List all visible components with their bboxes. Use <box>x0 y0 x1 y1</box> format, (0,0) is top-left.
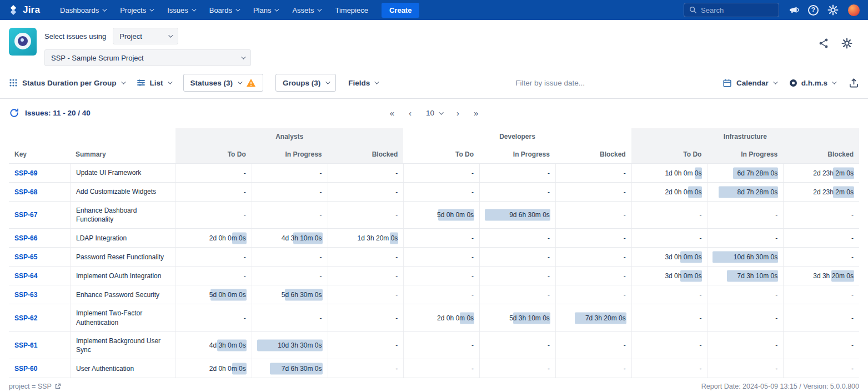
group-header-spacer <box>9 128 175 145</box>
groups-filter-dropdown[interactable]: Groups (3) <box>275 74 336 92</box>
issue-date-filter-input[interactable] <box>407 79 694 87</box>
summary-cell: Add Customizable Widgets <box>70 183 175 201</box>
nav-item-boards[interactable]: Boards <box>205 6 243 14</box>
duration-cell: - <box>252 164 328 182</box>
duration-value: - <box>775 341 777 349</box>
page-size-dropdown[interactable]: 10 <box>426 109 442 117</box>
duration-cell: - <box>479 183 555 201</box>
fields-dropdown[interactable]: Fields <box>348 79 378 87</box>
column-header-key: Key <box>9 145 70 163</box>
help-button[interactable]: ? <box>808 5 819 16</box>
column-header-todo: To Do <box>175 145 252 163</box>
view-mode-dropdown[interactable]: List <box>137 78 171 87</box>
duration-value: - <box>244 211 246 219</box>
logo-highlight <box>21 38 24 42</box>
duration-cell: 2d 0h 0m 0s <box>175 359 252 378</box>
duration-cell: 2d 0h 0m 0s <box>403 304 479 331</box>
previous-page-button[interactable]: ‹ <box>409 109 412 117</box>
duration-cell: - <box>403 285 479 304</box>
duration-cell: - <box>555 202 631 228</box>
report-type-dropdown[interactable]: Status Duration per Group <box>9 78 124 87</box>
issue-key-link[interactable]: SSP-62 <box>14 314 37 322</box>
issue-key-link[interactable]: SSP-66 <box>14 234 37 242</box>
nav-item-timepiece[interactable]: Timepiece <box>330 6 372 14</box>
statuses-filter-dropdown[interactable]: Statuses (3) <box>183 74 264 92</box>
first-page-button[interactable]: « <box>390 109 394 117</box>
share-button[interactable] <box>818 38 829 49</box>
duration-value: - <box>548 188 550 196</box>
duration-cell: - <box>707 304 783 331</box>
chevron-down-icon <box>192 7 196 11</box>
nav-right-cluster: ? <box>684 3 860 17</box>
duration-value: 3d 0h 0m 0s <box>665 253 701 261</box>
next-page-button[interactable]: › <box>456 109 459 117</box>
duration-cell: - <box>175 267 252 285</box>
jira-logo[interactable]: Jira <box>8 4 40 16</box>
duration-value: - <box>699 291 701 299</box>
duration-value: - <box>699 341 701 349</box>
project-select[interactable]: SSP - Sample Scrum Project <box>44 49 251 66</box>
chevron-down-icon <box>832 79 836 84</box>
duration-cell: 1d 0h 0m 0s <box>631 164 708 182</box>
nav-item-projects[interactable]: Projects <box>116 6 157 14</box>
nav-item-plans[interactable]: Plans <box>249 6 283 14</box>
chevron-down-icon <box>439 110 443 114</box>
column-header-row: Key Summary To Do In Progress Blocked To… <box>9 145 859 163</box>
jql-link[interactable]: project = SSP <box>9 383 61 390</box>
question-mark-icon: ? <box>808 5 819 16</box>
duration-cell: - <box>783 359 859 378</box>
duration-cell: - <box>555 164 631 182</box>
nav-item-assets[interactable]: Assets <box>288 6 325 14</box>
summary-cell: Password Reset Functionality <box>70 248 175 266</box>
create-button[interactable]: Create <box>382 3 419 18</box>
duration-value: - <box>624 188 626 196</box>
refresh-button[interactable] <box>9 108 19 118</box>
nav-item-issues[interactable]: Issues <box>163 6 199 14</box>
issue-key-link[interactable]: SSP-64 <box>14 272 37 280</box>
duration-cell: - <box>328 164 404 182</box>
nav-item-dashboards[interactable]: Dashboards <box>56 6 110 14</box>
issue-key-link[interactable]: SSP-61 <box>14 341 37 349</box>
last-page-button[interactable]: » <box>474 109 478 117</box>
table-row: SSP-60User Authentication2d 0h 0m 0s7d 6… <box>9 359 859 378</box>
issue-key-link[interactable]: SSP-67 <box>14 211 37 219</box>
duration-cell: - <box>175 248 252 266</box>
issue-source-mode-select[interactable]: Project <box>113 28 178 44</box>
duration-cell: 7d 6h 30m 0s <box>252 359 328 378</box>
issue-key-link[interactable]: SSP-65 <box>14 253 37 261</box>
duration-cell: - <box>252 304 328 331</box>
user-profile-button[interactable] <box>847 4 860 17</box>
duration-value: - <box>548 341 550 349</box>
summary-cell: User Authentication <box>70 359 175 378</box>
duration-value: - <box>320 211 322 219</box>
report-settings-button[interactable] <box>841 38 852 49</box>
export-button[interactable] <box>849 78 859 88</box>
global-search[interactable] <box>684 3 779 17</box>
duration-cell: 2d 23h 2m 0s <box>783 164 859 182</box>
table-row: SSP-66LDAP Integration2d 0h 0m 0s4d 3h 1… <box>9 228 859 247</box>
table-body: SSP-69Update UI Framework------1d 0h 0m … <box>9 163 859 378</box>
timepiece-app-logo <box>9 28 37 56</box>
duration-cell: - <box>403 359 479 378</box>
issue-source-fields: Select issues using Project SSP - Sample… <box>44 28 251 66</box>
settings-button[interactable] <box>827 4 839 16</box>
time-format-dropdown[interactable]: d.h.m.s <box>790 79 835 87</box>
duration-value: - <box>320 314 322 322</box>
duration-cell: - <box>328 248 404 266</box>
issue-key-link[interactable]: SSP-68 <box>14 188 37 196</box>
issue-key-link[interactable]: SSP-60 <box>14 365 37 373</box>
duration-cell: - <box>783 332 859 359</box>
issue-key-link[interactable]: SSP-69 <box>14 169 37 177</box>
chevron-down-icon <box>773 79 777 84</box>
announcements-button[interactable] <box>788 4 799 16</box>
duration-cell: - <box>707 285 783 304</box>
issue-key-link[interactable]: SSP-63 <box>14 291 37 299</box>
search-input[interactable] <box>701 6 767 14</box>
duration-cell: - <box>631 202 708 228</box>
top-navigation-bar: Jira Dashboards Projects Issues Boards P… <box>0 0 868 20</box>
project-value: SSP - Sample Scrum Project <box>51 54 144 62</box>
table-row: SSP-68Add Customizable Widgets------2d 0… <box>9 182 859 201</box>
calendar-dropdown[interactable]: Calendar <box>723 78 776 88</box>
duration-cell: 7d 3h 20m 0s <box>555 304 631 331</box>
duration-cell: - <box>328 183 404 201</box>
